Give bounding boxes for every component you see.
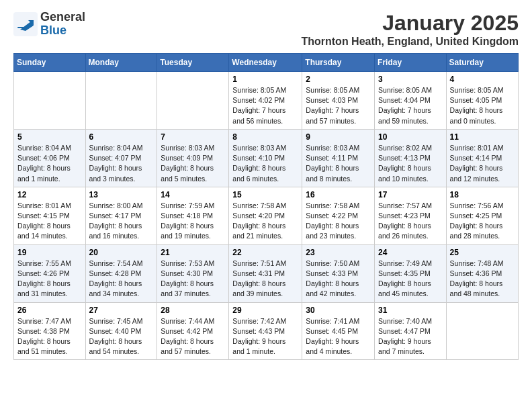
day-info: Sunrise: 7:55 AM Sunset: 4:26 PM Dayligh… <box>17 259 82 300</box>
calendar-header: SundayMondayTuesdayWednesdayThursdayFrid… <box>14 54 519 72</box>
day-info: Sunrise: 7:48 AM Sunset: 4:36 PM Dayligh… <box>450 259 515 300</box>
day-number: 5 <box>17 132 82 142</box>
calendar-cell: 27Sunrise: 7:45 AM Sunset: 4:40 PM Dayli… <box>85 302 157 360</box>
calendar-cell <box>157 72 229 130</box>
calendar-cell: 25Sunrise: 7:48 AM Sunset: 4:36 PM Dayli… <box>446 244 518 302</box>
day-info: Sunrise: 8:04 AM Sunset: 4:07 PM Dayligh… <box>89 143 154 184</box>
calendar-cell: 21Sunrise: 7:53 AM Sunset: 4:30 PM Dayli… <box>157 244 229 302</box>
calendar-cell <box>446 302 518 360</box>
day-info: Sunrise: 7:51 AM Sunset: 4:31 PM Dayligh… <box>232 259 298 300</box>
day-number: 11 <box>450 132 515 142</box>
day-info: Sunrise: 8:04 AM Sunset: 4:06 PM Dayligh… <box>17 143 82 184</box>
title-block: January 2025 Thornton Heath, England, Un… <box>301 11 519 48</box>
location-title: Thornton Heath, England, United Kingdom <box>301 36 519 48</box>
calendar-cell: 17Sunrise: 7:57 AM Sunset: 4:23 PM Dayli… <box>375 187 447 244</box>
day-number: 12 <box>17 190 82 199</box>
calendar-body: 1Sunrise: 8:05 AM Sunset: 4:02 PM Daylig… <box>14 72 519 360</box>
calendar-cell: 9Sunrise: 8:03 AM Sunset: 4:11 PM Daylig… <box>302 129 375 187</box>
day-number: 13 <box>89 190 154 199</box>
calendar-cell: 1Sunrise: 8:05 AM Sunset: 4:02 PM Daylig… <box>229 72 302 130</box>
day-number: 9 <box>306 132 371 142</box>
day-number: 6 <box>89 132 154 142</box>
day-number: 20 <box>89 248 154 257</box>
day-info: Sunrise: 8:03 AM Sunset: 4:09 PM Dayligh… <box>161 143 225 184</box>
logo-icon <box>13 12 38 36</box>
day-number: 27 <box>89 306 154 315</box>
week-row-4: 19Sunrise: 7:55 AM Sunset: 4:26 PM Dayli… <box>14 244 519 302</box>
calendar-cell: 5Sunrise: 8:04 AM Sunset: 4:06 PM Daylig… <box>14 129 86 187</box>
calendar-cell: 15Sunrise: 7:58 AM Sunset: 4:20 PM Dayli… <box>229 187 302 244</box>
logo-text: General Blue <box>40 11 85 38</box>
day-header-saturday: Saturday <box>446 54 518 72</box>
calendar-cell: 20Sunrise: 7:54 AM Sunset: 4:28 PM Dayli… <box>85 244 157 302</box>
calendar-cell: 28Sunrise: 7:44 AM Sunset: 4:42 PM Dayli… <box>157 302 229 360</box>
week-row-5: 26Sunrise: 7:47 AM Sunset: 4:38 PM Dayli… <box>14 302 519 360</box>
day-info: Sunrise: 8:03 AM Sunset: 4:11 PM Dayligh… <box>306 143 371 184</box>
day-info: Sunrise: 8:05 AM Sunset: 4:03 PM Dayligh… <box>306 85 371 126</box>
calendar-cell: 30Sunrise: 7:41 AM Sunset: 4:45 PM Dayli… <box>302 302 375 360</box>
day-number: 2 <box>306 75 371 84</box>
week-row-2: 5Sunrise: 8:04 AM Sunset: 4:06 PM Daylig… <box>14 129 519 187</box>
day-info: Sunrise: 8:01 AM Sunset: 4:14 PM Dayligh… <box>450 143 515 184</box>
week-row-1: 1Sunrise: 8:05 AM Sunset: 4:02 PM Daylig… <box>14 72 519 130</box>
day-number: 30 <box>306 306 371 315</box>
calendar-cell: 11Sunrise: 8:01 AM Sunset: 4:14 PM Dayli… <box>446 129 518 187</box>
calendar-cell: 12Sunrise: 8:01 AM Sunset: 4:15 PM Dayli… <box>14 187 86 244</box>
day-info: Sunrise: 7:58 AM Sunset: 4:22 PM Dayligh… <box>306 201 371 242</box>
calendar-cell: 19Sunrise: 7:55 AM Sunset: 4:26 PM Dayli… <box>14 244 86 302</box>
calendar-cell: 6Sunrise: 8:04 AM Sunset: 4:07 PM Daylig… <box>85 129 157 187</box>
day-number: 3 <box>378 75 443 84</box>
day-info: Sunrise: 7:40 AM Sunset: 4:47 PM Dayligh… <box>378 316 443 357</box>
day-header-tuesday: Tuesday <box>157 54 229 72</box>
day-info: Sunrise: 8:01 AM Sunset: 4:15 PM Dayligh… <box>17 201 82 242</box>
calendar-cell: 13Sunrise: 8:00 AM Sunset: 4:17 PM Dayli… <box>85 187 157 244</box>
day-number: 26 <box>17 306 82 315</box>
calendar-cell: 7Sunrise: 8:03 AM Sunset: 4:09 PM Daylig… <box>157 129 229 187</box>
day-number: 24 <box>378 248 443 257</box>
day-number: 19 <box>17 248 82 257</box>
day-header-sunday: Sunday <box>14 54 86 72</box>
logo-blue-label: Blue <box>40 24 85 38</box>
day-number: 29 <box>232 306 298 315</box>
day-info: Sunrise: 8:03 AM Sunset: 4:10 PM Dayligh… <box>232 143 298 184</box>
day-number: 14 <box>161 190 225 199</box>
calendar-cell: 8Sunrise: 8:03 AM Sunset: 4:10 PM Daylig… <box>229 129 302 187</box>
day-info: Sunrise: 7:41 AM Sunset: 4:45 PM Dayligh… <box>306 316 371 357</box>
day-info: Sunrise: 8:05 AM Sunset: 4:02 PM Dayligh… <box>232 85 298 126</box>
day-number: 22 <box>232 248 298 257</box>
logo-general-label: General <box>40 11 85 24</box>
day-number: 31 <box>378 306 443 315</box>
day-info: Sunrise: 8:05 AM Sunset: 4:05 PM Dayligh… <box>450 85 515 126</box>
day-number: 21 <box>161 248 225 257</box>
calendar-cell: 16Sunrise: 7:58 AM Sunset: 4:22 PM Dayli… <box>302 187 375 244</box>
day-info: Sunrise: 7:53 AM Sunset: 4:30 PM Dayligh… <box>161 259 225 300</box>
day-number: 16 <box>306 190 371 199</box>
logo: General Blue <box>13 11 85 38</box>
day-header-thursday: Thursday <box>302 54 375 72</box>
header-row: SundayMondayTuesdayWednesdayThursdayFrid… <box>14 54 519 72</box>
day-info: Sunrise: 7:45 AM Sunset: 4:40 PM Dayligh… <box>89 316 154 357</box>
week-row-3: 12Sunrise: 8:01 AM Sunset: 4:15 PM Dayli… <box>14 187 519 244</box>
day-number: 1 <box>232 75 298 84</box>
day-info: Sunrise: 8:00 AM Sunset: 4:17 PM Dayligh… <box>89 201 154 242</box>
calendar: SundayMondayTuesdayWednesdayThursdayFrid… <box>13 53 519 360</box>
day-number: 7 <box>161 132 225 142</box>
calendar-cell: 23Sunrise: 7:50 AM Sunset: 4:33 PM Dayli… <box>302 244 375 302</box>
day-header-monday: Monday <box>85 54 157 72</box>
day-number: 10 <box>378 132 443 142</box>
calendar-cell <box>85 72 157 130</box>
day-number: 18 <box>450 190 515 199</box>
day-info: Sunrise: 7:54 AM Sunset: 4:28 PM Dayligh… <box>89 259 154 300</box>
month-title: January 2025 <box>301 11 519 36</box>
day-info: Sunrise: 7:59 AM Sunset: 4:18 PM Dayligh… <box>161 201 225 242</box>
day-header-wednesday: Wednesday <box>229 54 302 72</box>
calendar-cell: 24Sunrise: 7:49 AM Sunset: 4:35 PM Dayli… <box>375 244 447 302</box>
svg-rect-3 <box>17 27 27 28</box>
day-info: Sunrise: 7:44 AM Sunset: 4:42 PM Dayligh… <box>161 316 225 357</box>
day-info: Sunrise: 7:57 AM Sunset: 4:23 PM Dayligh… <box>378 201 443 242</box>
day-number: 17 <box>378 190 443 199</box>
day-info: Sunrise: 8:02 AM Sunset: 4:13 PM Dayligh… <box>378 143 443 184</box>
header: General Blue January 2025 Thornton Heath… <box>13 11 519 48</box>
day-info: Sunrise: 7:58 AM Sunset: 4:20 PM Dayligh… <box>232 201 298 242</box>
day-info: Sunrise: 7:56 AM Sunset: 4:25 PM Dayligh… <box>450 201 515 242</box>
